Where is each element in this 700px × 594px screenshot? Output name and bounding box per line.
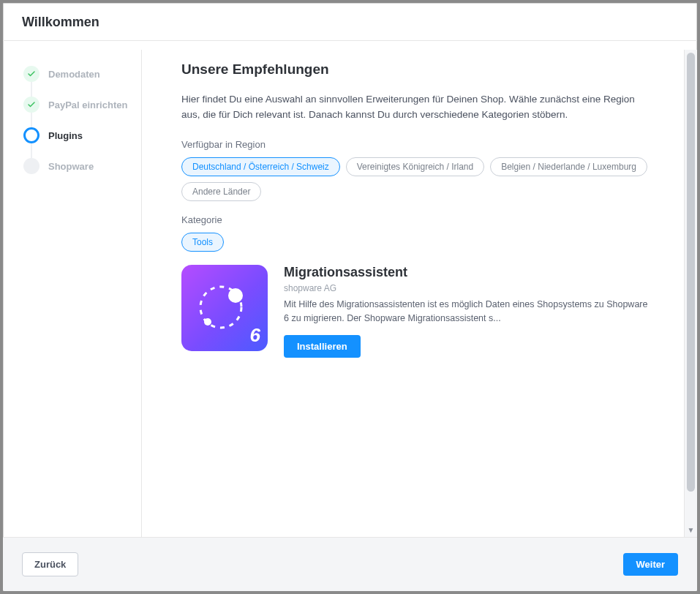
region-pill-other[interactable]: Andere Länder [181,182,261,201]
region-group-label: Verfügbar in Region [181,139,655,150]
plugin-card: 6 Migrationsassistent shopware AG Mit Hi… [181,265,655,358]
region-pill-uk-ie[interactable]: Vereinigtes Königreich / Irland [346,157,484,176]
section-title: Unsere Empfehlungen [181,61,655,78]
install-button[interactable]: Installieren [284,335,361,358]
step-paypal[interactable]: PayPal einrichten [23,89,135,120]
svg-point-2 [204,318,211,326]
wizard-footer: Zurück Weiter [3,537,697,591]
scroll-down-icon[interactable]: ▼ [685,524,697,535]
main-content: Unsere Empfehlungen Hier findet Du eine … [142,50,684,537]
plugin-icon: 6 [181,265,268,351]
region-pills: Deutschland / Österreich / Schweiz Verei… [181,157,655,201]
page-title: Willkommen [22,15,678,30]
category-group-label: Kategorie [181,214,655,225]
category-pills: Tools [181,233,655,252]
wizard-window: Willkommen Demodaten PayPal einrichten P… [3,3,697,591]
plugin-description: Mit Hilfe des Migrationsassistenten ist … [284,298,655,326]
step-label: Plugins [48,130,83,141]
back-button[interactable]: Zurück [22,552,78,576]
wizard-body: Demodaten PayPal einrichten Plugins Shop… [3,41,697,537]
check-icon [23,66,39,82]
next-button[interactable]: Weiter [623,553,679,576]
plugin-title: Migrationsassistent [284,265,655,280]
region-pill-benelux[interactable]: Belgien / Niederlande / Luxemburg [490,157,647,176]
steps-sidebar: Demodaten PayPal einrichten Plugins Shop… [3,50,142,537]
wizard-header: Willkommen [3,3,697,41]
circle-upcoming-icon [23,158,39,174]
plugin-icon-badge: 6 [250,324,260,347]
region-pill-dach[interactable]: Deutschland / Österreich / Schweiz [181,157,340,176]
category-pill-tools[interactable]: Tools [181,233,224,252]
check-icon [23,97,39,113]
scroll-thumb[interactable] [687,53,695,492]
scrollbar[interactable]: ▲ ▼ [684,50,697,537]
step-shopware[interactable]: Shopware [23,151,135,181]
step-label: Shopware [48,161,94,172]
step-demodaten[interactable]: Demodaten [23,59,135,89]
circle-current-icon [23,127,39,143]
plugin-body: Migrationsassistent shopware AG Mit Hilf… [284,265,655,358]
svg-point-1 [228,288,243,303]
main-wrap: Unsere Empfehlungen Hier findet Du eine … [142,50,697,537]
step-label: PayPal einrichten [48,99,127,110]
section-intro: Hier findet Du eine Auswahl an sinnvolle… [181,92,655,123]
step-plugins[interactable]: Plugins [23,120,135,151]
step-label: Demodaten [48,69,100,80]
plugin-publisher: shopware AG [284,283,655,293]
